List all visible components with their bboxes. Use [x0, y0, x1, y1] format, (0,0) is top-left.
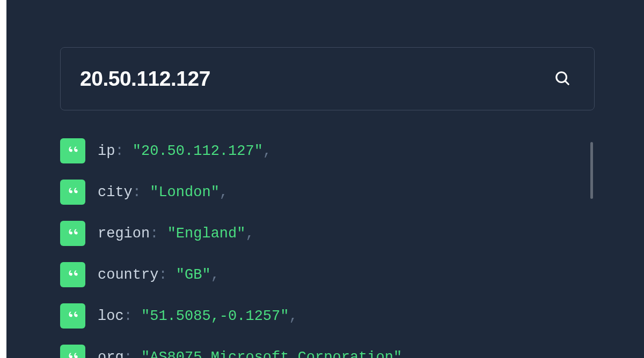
result-value: "London" — [150, 184, 219, 200]
quotes-icon — [66, 348, 80, 359]
ip-lookup-panel: ip: "20.50.112.127", city: "London", reg… — [6, 0, 644, 358]
string-type-badge — [60, 345, 85, 358]
string-type-badge — [60, 303, 85, 329]
result-text: org: "AS8075 Microsoft Corporation", — [98, 349, 411, 359]
result-key: ip — [98, 143, 115, 159]
result-key: loc — [98, 308, 124, 324]
svg-line-1 — [565, 81, 568, 84]
colon: : — [124, 308, 141, 324]
search-icon — [554, 70, 570, 88]
result-key: country — [98, 267, 158, 283]
quotes-icon — [66, 307, 80, 325]
colon: : — [115, 143, 132, 159]
colon: : — [133, 184, 150, 200]
string-type-badge — [60, 180, 85, 205]
result-value: "England" — [167, 226, 246, 242]
string-type-badge — [60, 262, 85, 287]
comma: , — [245, 226, 254, 242]
quotes-icon — [66, 142, 80, 160]
result-value: "51.5085,-0.1257" — [141, 308, 289, 324]
result-key: region — [98, 226, 150, 242]
result-row: country: "GB", — [60, 262, 595, 287]
comma: , — [263, 143, 272, 159]
result-row: region: "England", — [60, 221, 595, 246]
quotes-icon — [66, 266, 80, 284]
search-container — [60, 47, 595, 110]
comma: , — [289, 308, 297, 324]
result-value: "AS8075 Microsoft Corporation" — [141, 349, 402, 359]
search-input[interactable] — [80, 67, 550, 91]
colon: : — [124, 349, 141, 359]
quotes-icon — [66, 225, 80, 243]
result-text: city: "London", — [98, 184, 228, 200]
result-key: org — [98, 349, 124, 359]
result-row: city: "London", — [60, 180, 595, 205]
result-key: city — [98, 184, 133, 200]
result-row: org: "AS8075 Microsoft Corporation", — [60, 345, 595, 358]
string-type-badge — [60, 138, 85, 163]
result-text: country: "GB", — [98, 267, 219, 283]
result-value: "20.50.112.127" — [133, 143, 263, 159]
string-type-badge — [60, 221, 85, 246]
colon: : — [158, 267, 175, 283]
result-row: ip: "20.50.112.127", — [60, 138, 595, 163]
scrollbar-thumb[interactable] — [590, 142, 593, 199]
search-button[interactable] — [550, 66, 575, 92]
comma: , — [211, 267, 219, 283]
comma: , — [402, 349, 411, 359]
result-value: "GB" — [176, 267, 211, 283]
comma: , — [219, 184, 228, 200]
result-text: ip: "20.50.112.127", — [98, 143, 272, 159]
quotes-icon — [66, 183, 80, 202]
result-text: region: "England", — [98, 226, 254, 242]
result-text: loc: "51.5085,-0.1257", — [98, 308, 298, 324]
colon: : — [150, 226, 167, 242]
results-list: ip: "20.50.112.127", city: "London", reg… — [60, 138, 595, 358]
result-row: loc: "51.5085,-0.1257", — [60, 303, 595, 329]
